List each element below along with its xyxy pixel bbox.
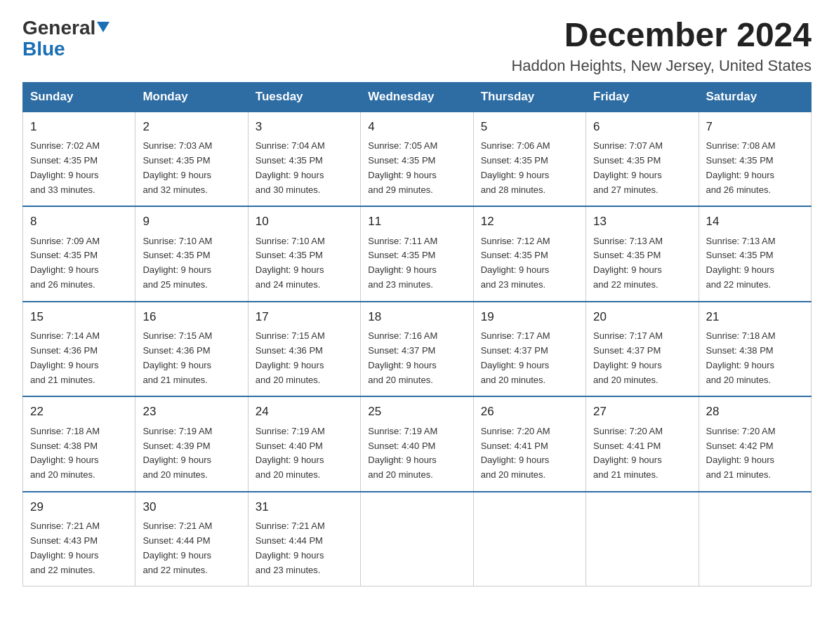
cell-content: 31 Sunrise: 7:21 AMSunset: 4:44 PMDaylig… <box>256 498 353 578</box>
logo-general-word: General <box>22 17 95 39</box>
calendar-cell: 30 Sunrise: 7:21 AMSunset: 4:44 PMDaylig… <box>135 492 248 586</box>
day-detail: Sunrise: 7:07 AMSunset: 4:35 PMDaylight:… <box>593 139 691 197</box>
day-number: 27 <box>593 403 691 421</box>
calendar-cell: 20 Sunrise: 7:17 AMSunset: 4:37 PMDaylig… <box>586 302 699 397</box>
day-number: 30 <box>143 498 240 516</box>
cell-content: 15 Sunrise: 7:14 AMSunset: 4:36 PMDaylig… <box>30 308 128 388</box>
calendar-cell: 22 Sunrise: 7:18 AMSunset: 4:38 PMDaylig… <box>23 396 135 492</box>
day-detail: Sunrise: 7:18 AMSunset: 4:38 PMDaylight:… <box>706 329 804 387</box>
day-number: 10 <box>256 213 353 231</box>
day-number: 4 <box>368 118 465 136</box>
location-title: Haddon Heights, New Jersey, United State… <box>511 57 812 75</box>
calendar-cell: 6 Sunrise: 7:07 AMSunset: 4:35 PMDayligh… <box>586 112 699 207</box>
day-detail: Sunrise: 7:14 AMSunset: 4:36 PMDaylight:… <box>30 329 128 387</box>
day-number: 31 <box>256 498 353 516</box>
calendar-cell <box>699 492 811 586</box>
day-number: 14 <box>706 213 804 231</box>
day-number: 8 <box>30 213 128 231</box>
day-detail: Sunrise: 7:16 AMSunset: 4:37 PMDaylight:… <box>368 329 465 387</box>
day-number: 22 <box>30 403 128 421</box>
day-number: 7 <box>706 118 804 136</box>
calendar-cell: 27 Sunrise: 7:20 AMSunset: 4:41 PMDaylig… <box>586 396 699 492</box>
calendar-cell: 11 Sunrise: 7:11 AMSunset: 4:35 PMDaylig… <box>361 206 473 302</box>
cell-content: 21 Sunrise: 7:18 AMSunset: 4:38 PMDaylig… <box>706 308 804 388</box>
cell-content: 4 Sunrise: 7:05 AMSunset: 4:35 PMDayligh… <box>368 118 465 198</box>
cell-content: 6 Sunrise: 7:07 AMSunset: 4:35 PMDayligh… <box>593 118 691 198</box>
cell-content: 7 Sunrise: 7:08 AMSunset: 4:35 PMDayligh… <box>706 118 804 198</box>
day-number: 1 <box>30 118 128 136</box>
day-detail: Sunrise: 7:19 AMSunset: 4:40 PMDaylight:… <box>368 424 465 483</box>
calendar-cell: 17 Sunrise: 7:15 AMSunset: 4:36 PMDaylig… <box>248 302 360 397</box>
calendar-cell: 13 Sunrise: 7:13 AMSunset: 4:35 PMDaylig… <box>586 206 699 302</box>
day-detail: Sunrise: 7:21 AMSunset: 4:43 PMDaylight:… <box>30 519 128 577</box>
calendar-cell: 5 Sunrise: 7:06 AMSunset: 4:35 PMDayligh… <box>473 112 585 207</box>
calendar-header-row: SundayMondayTuesdayWednesdayThursdayFrid… <box>23 82 812 112</box>
cell-content: 10 Sunrise: 7:10 AMSunset: 4:35 PMDaylig… <box>256 213 353 293</box>
day-detail: Sunrise: 7:13 AMSunset: 4:35 PMDaylight:… <box>593 234 691 293</box>
day-detail: Sunrise: 7:04 AMSunset: 4:35 PMDaylight:… <box>256 139 353 197</box>
day-detail: Sunrise: 7:10 AMSunset: 4:35 PMDaylight:… <box>256 234 353 293</box>
calendar-cell: 8 Sunrise: 7:09 AMSunset: 4:35 PMDayligh… <box>23 206 135 302</box>
cell-content: 11 Sunrise: 7:11 AMSunset: 4:35 PMDaylig… <box>368 213 465 293</box>
calendar-cell: 29 Sunrise: 7:21 AMSunset: 4:43 PMDaylig… <box>23 492 135 586</box>
calendar-cell: 31 Sunrise: 7:21 AMSunset: 4:44 PMDaylig… <box>248 492 360 586</box>
cell-content: 9 Sunrise: 7:10 AMSunset: 4:35 PMDayligh… <box>143 213 240 293</box>
day-detail: Sunrise: 7:21 AMSunset: 4:44 PMDaylight:… <box>256 519 353 577</box>
cell-content: 25 Sunrise: 7:19 AMSunset: 4:40 PMDaylig… <box>368 403 465 483</box>
day-number: 5 <box>481 118 578 136</box>
day-number: 26 <box>481 403 578 421</box>
calendar-cell: 19 Sunrise: 7:17 AMSunset: 4:37 PMDaylig… <box>473 302 585 397</box>
calendar-cell: 18 Sunrise: 7:16 AMSunset: 4:37 PMDaylig… <box>361 302 473 397</box>
day-number: 19 <box>481 308 578 326</box>
cell-content: 23 Sunrise: 7:19 AMSunset: 4:39 PMDaylig… <box>143 403 240 483</box>
cell-content: 29 Sunrise: 7:21 AMSunset: 4:43 PMDaylig… <box>30 498 128 578</box>
calendar-cell: 14 Sunrise: 7:13 AMSunset: 4:35 PMDaylig… <box>699 206 811 302</box>
cell-content: 2 Sunrise: 7:03 AMSunset: 4:35 PMDayligh… <box>143 118 240 198</box>
cell-content: 13 Sunrise: 7:13 AMSunset: 4:35 PMDaylig… <box>593 213 691 293</box>
calendar-cell: 15 Sunrise: 7:14 AMSunset: 4:36 PMDaylig… <box>23 302 135 397</box>
calendar-cell: 4 Sunrise: 7:05 AMSunset: 4:35 PMDayligh… <box>361 112 473 207</box>
cell-content: 8 Sunrise: 7:09 AMSunset: 4:35 PMDayligh… <box>30 213 128 293</box>
day-number: 21 <box>706 308 804 326</box>
cell-content: 24 Sunrise: 7:19 AMSunset: 4:40 PMDaylig… <box>256 403 353 483</box>
day-detail: Sunrise: 7:17 AMSunset: 4:37 PMDaylight:… <box>481 329 578 387</box>
day-detail: Sunrise: 7:20 AMSunset: 4:41 PMDaylight:… <box>593 424 691 483</box>
cell-content: 3 Sunrise: 7:04 AMSunset: 4:35 PMDayligh… <box>256 118 353 198</box>
day-number: 2 <box>143 118 240 136</box>
day-detail: Sunrise: 7:12 AMSunset: 4:35 PMDaylight:… <box>481 234 578 293</box>
calendar-week-row: 29 Sunrise: 7:21 AMSunset: 4:43 PMDaylig… <box>23 492 812 586</box>
calendar-week-row: 22 Sunrise: 7:18 AMSunset: 4:38 PMDaylig… <box>23 396 812 492</box>
calendar-header-wednesday: Wednesday <box>361 82 473 112</box>
day-number: 9 <box>143 213 240 231</box>
day-detail: Sunrise: 7:10 AMSunset: 4:35 PMDaylight:… <box>143 234 240 293</box>
calendar-cell: 3 Sunrise: 7:04 AMSunset: 4:35 PMDayligh… <box>248 112 360 207</box>
month-title: December 2024 <box>511 17 812 54</box>
day-detail: Sunrise: 7:15 AMSunset: 4:36 PMDaylight:… <box>256 329 353 387</box>
day-number: 16 <box>143 308 240 326</box>
calendar-cell: 26 Sunrise: 7:20 AMSunset: 4:41 PMDaylig… <box>473 396 585 492</box>
day-number: 24 <box>256 403 353 421</box>
calendar-cell: 25 Sunrise: 7:19 AMSunset: 4:40 PMDaylig… <box>361 396 473 492</box>
cell-content: 17 Sunrise: 7:15 AMSunset: 4:36 PMDaylig… <box>256 308 353 388</box>
day-detail: Sunrise: 7:15 AMSunset: 4:36 PMDaylight:… <box>143 329 240 387</box>
calendar-week-row: 15 Sunrise: 7:14 AMSunset: 4:36 PMDaylig… <box>23 302 812 397</box>
day-detail: Sunrise: 7:17 AMSunset: 4:37 PMDaylight:… <box>593 329 691 387</box>
calendar-cell: 10 Sunrise: 7:10 AMSunset: 4:35 PMDaylig… <box>248 206 360 302</box>
calendar-table: SundayMondayTuesdayWednesdayThursdayFrid… <box>22 82 812 587</box>
calendar-cell: 23 Sunrise: 7:19 AMSunset: 4:39 PMDaylig… <box>135 396 248 492</box>
cell-content: 30 Sunrise: 7:21 AMSunset: 4:44 PMDaylig… <box>143 498 240 578</box>
calendar-week-row: 1 Sunrise: 7:02 AMSunset: 4:35 PMDayligh… <box>23 112 812 207</box>
day-detail: Sunrise: 7:18 AMSunset: 4:38 PMDaylight:… <box>30 424 128 483</box>
day-detail: Sunrise: 7:20 AMSunset: 4:41 PMDaylight:… <box>481 424 578 483</box>
calendar-cell: 12 Sunrise: 7:12 AMSunset: 4:35 PMDaylig… <box>473 206 585 302</box>
cell-content: 19 Sunrise: 7:17 AMSunset: 4:37 PMDaylig… <box>481 308 578 388</box>
calendar-header-saturday: Saturday <box>699 82 811 112</box>
day-detail: Sunrise: 7:05 AMSunset: 4:35 PMDaylight:… <box>368 139 465 197</box>
day-number: 6 <box>593 118 691 136</box>
calendar-header-sunday: Sunday <box>23 82 135 112</box>
cell-content: 22 Sunrise: 7:18 AMSunset: 4:38 PMDaylig… <box>30 403 128 483</box>
cell-content: 12 Sunrise: 7:12 AMSunset: 4:35 PMDaylig… <box>481 213 578 293</box>
day-number: 18 <box>368 308 465 326</box>
cell-content: 5 Sunrise: 7:06 AMSunset: 4:35 PMDayligh… <box>481 118 578 198</box>
cell-content: 20 Sunrise: 7:17 AMSunset: 4:37 PMDaylig… <box>593 308 691 388</box>
